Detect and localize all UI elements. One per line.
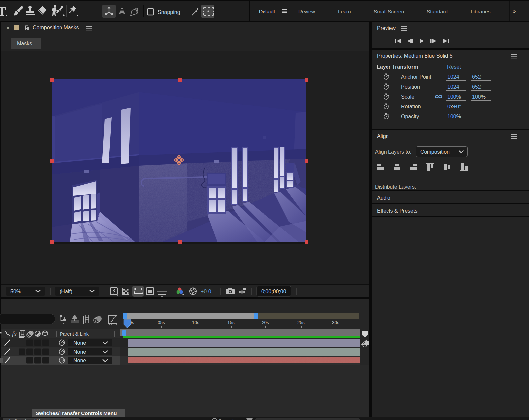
svg-text:50%: 50% [10,289,21,294]
svg-text:0;00;00;00: 0;00;00;00 [261,289,286,294]
svg-text:fx: fx [12,330,17,337]
svg-text:+0.0: +0.0 [201,289,211,294]
svg-text:Snapping: Snapping [158,9,180,15]
svg-text:None: None [73,349,86,355]
svg-text:(Half): (Half) [60,289,72,294]
svg-text:Parent & Link: Parent & Link [60,331,89,337]
svg-text:None: None [73,340,86,346]
svg-text:None: None [73,358,86,363]
